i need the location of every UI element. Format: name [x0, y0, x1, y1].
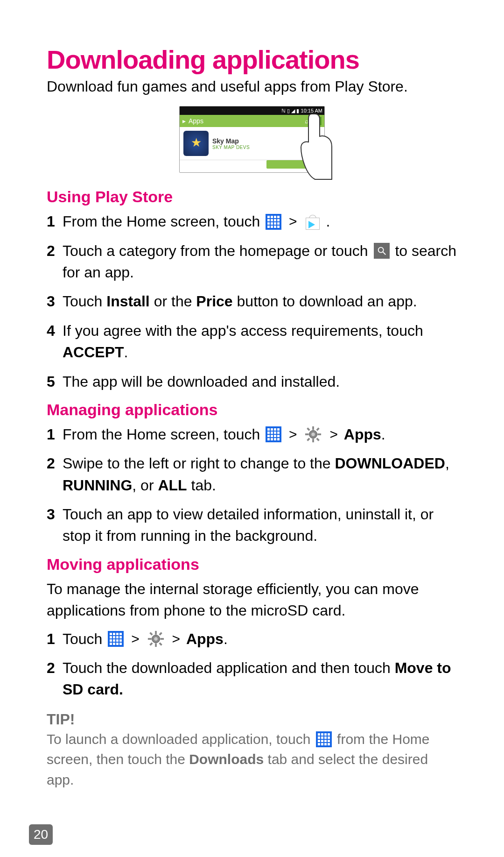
using-step-2: Touch a category from the homepage or to… [47, 240, 457, 283]
svg-rect-19 [149, 643, 153, 646]
using-steps: From the Home screen, touch > . Touch a … [47, 211, 457, 392]
using-step-1: From the Home screen, touch > . [47, 211, 457, 232]
apps-grid-icon [266, 426, 281, 442]
tip-title: TIP! [47, 711, 457, 728]
intro-text: Download fun games and useful apps from … [47, 77, 457, 97]
svg-point-21 [154, 637, 158, 641]
svg-rect-5 [305, 434, 309, 436]
page-title: Downloading applications [47, 44, 457, 75]
store-icon: ▸ [182, 117, 186, 125]
page-number: 20 [29, 824, 53, 845]
hand-pointer-icon [291, 109, 333, 184]
apps-grid-icon [316, 731, 332, 747]
svg-rect-14 [155, 644, 157, 647]
managing-step-2: Swipe to the left or right to change to … [47, 453, 457, 496]
tip-block: TIP! To launch a downloaded application,… [47, 711, 457, 790]
tip-text: To launch a downloaded application, touc… [47, 729, 457, 790]
svg-line-1 [383, 252, 385, 255]
using-step-3: Touch Install or the Price button to dow… [47, 290, 457, 312]
svg-rect-16 [160, 638, 164, 640]
svg-rect-4 [313, 439, 315, 443]
apps-grid-icon [108, 631, 124, 647]
using-step-4: If you agree with the app's access requi… [47, 320, 457, 363]
apps-grid-icon [266, 214, 281, 230]
screenshot-figure: ℕ ▯ ◢ ▮ 10:15 AM ▸ Apps ⌕ < Sky Map SKY … [47, 106, 457, 173]
app-icon [183, 131, 209, 156]
using-step-5: The app will be downloaded and installed… [47, 371, 457, 392]
svg-point-11 [312, 433, 315, 437]
svg-rect-13 [155, 631, 157, 635]
moving-steps: Touch > > Apps. Touch the downloaded app… [47, 628, 457, 701]
managing-step-1: From the Home screen, touch > > Apps. [47, 424, 457, 445]
moving-step-2: Touch the downloaded application and the… [47, 657, 457, 701]
gear-icon [147, 630, 165, 648]
svg-rect-10 [316, 438, 320, 441]
managing-steps: From the Home screen, touch > > Apps. Sw… [47, 424, 457, 547]
section-managing-heading: Managing applications [47, 401, 457, 419]
svg-rect-20 [159, 643, 162, 646]
manual-page: Downloading applications Download fun ga… [0, 0, 504, 857]
svg-rect-6 [318, 434, 322, 436]
section-moving-heading: Moving applications [47, 555, 457, 574]
svg-rect-7 [307, 428, 310, 431]
phone-screenshot: ℕ ▯ ◢ ▮ 10:15 AM ▸ Apps ⌕ < Sky Map SKY … [179, 106, 325, 173]
managing-step-3: Touch an app to view detailed informatio… [47, 503, 457, 547]
section-using-heading: Using Play Store [47, 188, 457, 206]
svg-rect-17 [149, 632, 153, 635]
svg-rect-18 [159, 632, 162, 635]
svg-point-0 [378, 248, 383, 253]
apps-header-label: Apps [189, 117, 203, 125]
svg-rect-8 [316, 428, 320, 431]
play-store-icon [304, 214, 320, 230]
moving-intro: To manage the internal storage efficient… [47, 578, 457, 622]
svg-rect-15 [147, 638, 151, 640]
gear-icon [304, 425, 322, 443]
svg-rect-3 [313, 426, 315, 430]
moving-step-1: Touch > > Apps. [47, 628, 457, 650]
app-name: Sky Map [212, 137, 250, 145]
app-meta: Sky Map SKY MAP DEVS [212, 137, 250, 150]
search-icon [374, 243, 390, 259]
svg-rect-9 [307, 438, 310, 441]
app-developer: SKY MAP DEVS [212, 145, 250, 150]
